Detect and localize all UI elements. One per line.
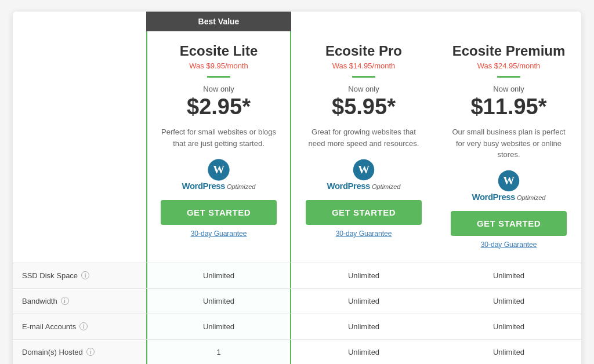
bandwidth-pro-value: Unlimited bbox=[291, 289, 436, 314]
bandwidth-lite-value: Unlimited bbox=[146, 289, 291, 314]
header-empty-cell bbox=[13, 12, 146, 31]
feature-label-email: E-mail Accounts i bbox=[13, 314, 146, 339]
plan-pro-wp-logo: W WordPress Optimized bbox=[327, 159, 401, 191]
wp-text-pro: WordPress Optimized bbox=[327, 181, 401, 191]
bandwidth-premium-value: Unlimited bbox=[436, 289, 581, 314]
plan-header-row: Best Value bbox=[13, 12, 581, 31]
wp-optimized-lite: Optimized bbox=[227, 183, 256, 190]
plan-pro-was-price: Was $14.95/month bbox=[332, 61, 396, 70]
get-started-premium-button[interactable]: GET STARTED bbox=[451, 211, 567, 236]
get-started-lite-button[interactable]: GET STARTED bbox=[161, 200, 277, 225]
plan-premium-wp-logo: W WordPress Optimized bbox=[472, 170, 546, 202]
wp-optimized-pro: Optimized bbox=[372, 183, 401, 190]
wordpress-icon-premium: W bbox=[498, 170, 520, 192]
plan-lite: Ecosite Lite Was $9.95/month Now only $2… bbox=[146, 31, 291, 263]
feature-label-domains-hosted: Domain(s) Hosted i bbox=[13, 340, 146, 365]
plan-pro-now-only: Now only bbox=[348, 85, 379, 93]
plan-lite-was-price: Was $9.95/month bbox=[189, 61, 248, 70]
info-icon-bandwidth[interactable]: i bbox=[61, 297, 69, 305]
wp-text-lite: WordPress Optimized bbox=[182, 181, 256, 191]
plan-premium-was-price: Was $24.95/month bbox=[477, 61, 541, 70]
wp-text-premium: WordPress Optimized bbox=[472, 192, 546, 202]
plan-premium-divider bbox=[497, 76, 520, 78]
wp-optimized-premium: Optimized bbox=[517, 194, 546, 201]
domains-hosted-pro-value: Unlimited bbox=[291, 340, 436, 365]
plan-lite-price: $2.95* bbox=[187, 94, 251, 119]
get-started-pro-button[interactable]: GET STARTED bbox=[306, 200, 422, 225]
ssd-lite-value: Unlimited bbox=[146, 263, 291, 288]
info-icon-email[interactable]: i bbox=[79, 322, 88, 330]
svg-text:W: W bbox=[213, 163, 224, 176]
info-icon-ssd[interactable]: i bbox=[81, 271, 89, 279]
plan-lite-description: Perfect for small websites or blogs that… bbox=[159, 126, 278, 150]
wordpress-icon-pro: W bbox=[353, 159, 375, 181]
ssd-premium-value: Unlimited bbox=[436, 263, 581, 288]
svg-text:W: W bbox=[358, 163, 370, 176]
email-premium-value: Unlimited bbox=[436, 314, 581, 339]
wordpress-icon: W bbox=[208, 159, 230, 181]
plan-premium-now-only: Now only bbox=[493, 85, 524, 93]
email-pro-value: Unlimited bbox=[291, 314, 436, 339]
svg-text:W: W bbox=[503, 174, 515, 187]
domains-hosted-premium-value: Unlimited bbox=[436, 340, 581, 365]
feature-row-email: E-mail Accounts i Unlimited Unlimited Un… bbox=[13, 314, 581, 340]
email-lite-value: Unlimited bbox=[146, 314, 291, 339]
plan-lite-name: Ecosite Lite bbox=[180, 43, 258, 59]
header-empty-pro bbox=[291, 12, 436, 31]
ssd-pro-value: Unlimited bbox=[291, 263, 436, 288]
guarantee-pro[interactable]: 30-day Guarantee bbox=[336, 230, 392, 238]
plan-premium: Ecosite Premium Was $24.95/month Now onl… bbox=[436, 31, 581, 263]
wp-brand-lite: WordPress bbox=[182, 181, 225, 191]
label-column-header bbox=[13, 31, 146, 263]
wp-brand-premium: WordPress bbox=[472, 192, 515, 202]
best-value-banner: Best Value bbox=[146, 12, 291, 31]
feature-row-ssd: SSD Disk Space i Unlimited Unlimited Unl… bbox=[13, 263, 581, 289]
header-empty-premium bbox=[436, 12, 581, 31]
domains-hosted-lite-value: 1 bbox=[146, 340, 291, 365]
plan-pro-price: $5.95* bbox=[332, 94, 396, 119]
plan-pro-name: Ecosite Pro bbox=[325, 43, 402, 59]
plan-premium-price: $11.95* bbox=[470, 94, 546, 119]
wp-brand-pro: WordPress bbox=[327, 181, 370, 191]
plan-premium-name: Ecosite Premium bbox=[452, 43, 566, 59]
plan-premium-description: Our small business plan is perfect for v… bbox=[448, 126, 570, 161]
pricing-table: Best Value Ecosite Lite Was $9.95/month … bbox=[13, 12, 581, 364]
guarantee-lite[interactable]: 30-day Guarantee bbox=[191, 230, 247, 238]
plan-lite-now-only: Now only bbox=[203, 85, 234, 93]
info-icon-domains-hosted[interactable]: i bbox=[86, 348, 95, 356]
guarantee-premium[interactable]: 30-day Guarantee bbox=[481, 241, 537, 249]
plan-pro-description: Great for growing websites that need mor… bbox=[303, 126, 425, 150]
feature-label-bandwidth: Bandwidth i bbox=[13, 289, 146, 314]
plan-lite-wp-logo: W WordPress Optimized bbox=[182, 159, 256, 191]
feature-label-ssd: SSD Disk Space i bbox=[13, 263, 146, 288]
features-table: SSD Disk Space i Unlimited Unlimited Unl… bbox=[13, 263, 581, 365]
plans-header: Ecosite Lite Was $9.95/month Now only $2… bbox=[13, 31, 581, 263]
plan-pro-divider bbox=[352, 76, 375, 78]
feature-row-domains-hosted: Domain(s) Hosted i 1 Unlimited Unlimited bbox=[13, 340, 581, 365]
feature-row-bandwidth: Bandwidth i Unlimited Unlimited Unlimite… bbox=[13, 289, 581, 314]
plan-lite-divider bbox=[207, 76, 230, 78]
plan-pro: Ecosite Pro Was $14.95/month Now only $5… bbox=[291, 31, 436, 263]
